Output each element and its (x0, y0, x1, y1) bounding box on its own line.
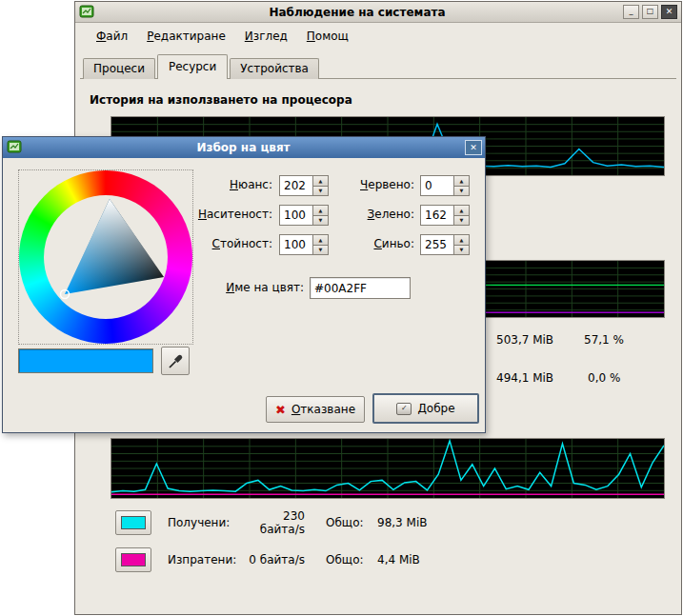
network-history-graph (110, 438, 665, 499)
memory-used-percent: 57,1 % (584, 333, 624, 347)
ok-icon: ✓ (396, 403, 412, 415)
blue-label: Синьо: (327, 237, 414, 250)
eyedropper-icon (168, 353, 184, 369)
close-button[interactable]: ✕ (661, 5, 677, 19)
green-spinbox: ▲▼ (420, 205, 470, 226)
color-picker-dialog: Избор на цвят ✕ (2, 136, 486, 433)
red-label: Червено: (327, 178, 414, 191)
red-input[interactable] (420, 175, 453, 196)
sent-color-swatch (121, 553, 146, 566)
tab-devices[interactable]: Устройства (230, 58, 319, 79)
dialog-title: Избор на цвят (22, 141, 465, 154)
notebook-tabs: Процеси Ресурси Устройства (83, 53, 321, 79)
red-spinbox: ▲▼ (420, 175, 470, 196)
saturation-spinbox: ▲▼ (279, 205, 329, 226)
cancel-button-label: Отказване (291, 403, 355, 416)
saturation-label: Наситеност: (146, 208, 272, 221)
eyedropper-button[interactable] (161, 347, 190, 375)
green-down-icon[interactable]: ▼ (453, 216, 470, 227)
sent-rate: 0 байта/s (244, 553, 305, 566)
desktop: Наблюдение на системата _ □ ✕ Файл Редак… (0, 0, 683, 616)
received-label: Получени: (168, 516, 244, 529)
red-down-icon[interactable]: ▼ (453, 187, 470, 197)
sent-legend-row: Изпратени: 0 байта/s Общо: 4,4 MiB (115, 546, 427, 572)
menu-view[interactable]: Изглед (235, 27, 297, 46)
green-up-icon[interactable]: ▲ (453, 205, 470, 216)
menubar: Файл Редактиране Изглед Помощ (75, 24, 681, 48)
menu-file[interactable]: Файл (87, 27, 137, 46)
blue-up-icon[interactable]: ▲ (453, 234, 470, 246)
received-color-button[interactable] (115, 510, 151, 535)
sent-color-button[interactable] (115, 547, 151, 572)
tab-processes[interactable]: Процеси (83, 58, 155, 79)
green-label: Зелено: (327, 208, 414, 221)
blue-input[interactable] (420, 234, 453, 255)
minimize-button[interactable]: _ (623, 5, 639, 19)
cancel-button[interactable]: ✖ Отказване (266, 396, 365, 423)
received-color-swatch (121, 516, 146, 529)
memory-used-value: 503,7 MiB (496, 333, 553, 347)
color-name-input[interactable] (310, 277, 411, 299)
received-legend-row: Получени: 230 байта/s Общо: 98,3 MiB (115, 509, 427, 535)
red-up-icon[interactable]: ▲ (453, 175, 470, 187)
blue-spinbox: ▲▼ (420, 234, 470, 255)
maximize-button[interactable]: □ (642, 5, 658, 19)
dialog-icon (7, 140, 22, 155)
network-legend: Получени: 230 байта/s Общо: 98,3 MiB Изп… (115, 509, 427, 584)
cancel-x-icon: ✖ (275, 404, 286, 416)
dialog-body: Нюанс: ▲▼ Наситеност: ▲▼ Стойност: ▲▼ Че… (3, 158, 485, 432)
color-name-label: Име на цвят: (199, 281, 304, 294)
sent-total: 4,4 MiB (377, 553, 420, 566)
color-wheel-area (18, 169, 193, 345)
system-monitor-icon (79, 5, 94, 20)
main-titlebar[interactable]: Наблюдение на системата _ □ ✕ (75, 2, 681, 23)
saturation-input[interactable] (279, 205, 312, 226)
received-rate: 230 байта/s (244, 509, 305, 536)
value-label: Стойност: (146, 237, 272, 250)
cpu-history-heading: История на използването на процесора (90, 93, 352, 107)
ok-button-label: Добре (417, 402, 454, 415)
menu-help[interactable]: Помощ (297, 27, 358, 46)
hsv-triangle[interactable] (19, 170, 192, 344)
window-title: Наблюдение на системата (94, 6, 620, 19)
received-total: 98,3 MiB (377, 516, 427, 529)
sent-label: Изпратени: (168, 553, 244, 566)
dialog-close-icon[interactable]: ✕ (465, 140, 482, 155)
hue-spinbox: ▲▼ (279, 175, 329, 196)
swap-used-percent: 0,0 % (588, 371, 620, 385)
value-input[interactable] (279, 234, 312, 255)
swap-used-value: 494,1 MiB (496, 371, 553, 385)
blue-down-icon[interactable]: ▼ (453, 246, 470, 256)
hue-label: Нюанс: (146, 178, 272, 191)
dialog-titlebar[interactable]: Избор на цвят ✕ (3, 137, 485, 158)
color-preview (18, 348, 153, 373)
hue-input[interactable] (279, 175, 312, 196)
green-input[interactable] (420, 205, 453, 226)
sent-total-label: Общо: (326, 553, 364, 566)
menu-edit[interactable]: Редактиране (137, 27, 235, 46)
ok-button[interactable]: ✓ Добре (372, 393, 479, 424)
tab-resources[interactable]: Ресурси (157, 54, 228, 79)
value-spinbox: ▲▼ (279, 234, 329, 255)
received-total-label: Общо: (326, 516, 364, 529)
